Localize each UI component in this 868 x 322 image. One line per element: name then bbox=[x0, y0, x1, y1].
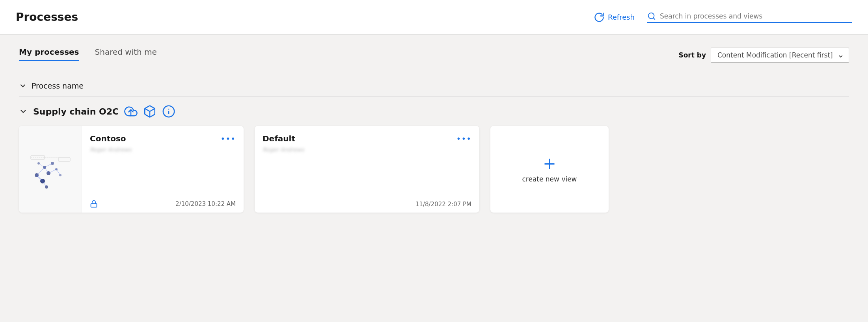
default-card-subtitle: Roger Andrews bbox=[255, 146, 479, 153]
svg-line-22 bbox=[56, 169, 60, 175]
plus-icon: + bbox=[543, 155, 556, 171]
contoso-card-menu[interactable]: ••• bbox=[221, 134, 236, 143]
search-icon bbox=[647, 12, 656, 20]
create-new-view-label: create new view bbox=[522, 175, 577, 183]
info-icon[interactable] bbox=[162, 105, 175, 118]
sort-select[interactable]: Content Modification [Recent first]Conte… bbox=[711, 48, 849, 63]
search-container bbox=[647, 12, 852, 23]
refresh-icon bbox=[594, 12, 605, 23]
svg-line-21 bbox=[48, 169, 56, 173]
process-name-section-row[interactable]: Process name bbox=[19, 81, 849, 90]
svg-line-17 bbox=[37, 175, 43, 181]
default-card-menu[interactable]: ••• bbox=[456, 134, 471, 143]
contoso-card-date: 2/10/2023 10:22 AM bbox=[175, 200, 236, 207]
svg-line-19 bbox=[45, 163, 52, 167]
svg-line-1 bbox=[653, 18, 655, 19]
card-thumbnail-contoso bbox=[19, 126, 82, 213]
contoso-card-name: Contoso bbox=[90, 134, 126, 143]
contoso-card-content: Contoso ••• Roger Andrews 2/10/2023 10:2… bbox=[82, 126, 244, 213]
card-default: Default ••• Roger Andrews 11/8/2022 2:07… bbox=[255, 126, 479, 213]
refresh-button[interactable]: Refresh bbox=[594, 12, 635, 23]
contoso-card-subtitle: Roger Andrews bbox=[82, 146, 244, 153]
cards-row: Contoso ••• Roger Andrews 2/10/2023 10:2… bbox=[19, 126, 849, 213]
refresh-label: Refresh bbox=[608, 13, 635, 21]
svg-rect-27 bbox=[91, 204, 97, 207]
svg-rect-24 bbox=[58, 157, 70, 161]
thumbnail-diagram bbox=[25, 144, 76, 195]
card-create-new-view[interactable]: + create new view bbox=[490, 126, 609, 213]
section-title-process-name: Process name bbox=[32, 81, 84, 90]
svg-line-16 bbox=[37, 167, 45, 175]
default-card-name: Default bbox=[263, 134, 295, 143]
supply-chain-title: Supply chain O2C bbox=[33, 107, 119, 117]
default-card-header: Default ••• bbox=[255, 126, 479, 146]
section-divider bbox=[19, 96, 849, 97]
tabs-container: My processes Shared with me bbox=[19, 47, 157, 61]
svg-line-23 bbox=[39, 163, 45, 167]
card-contoso: Contoso ••• Roger Andrews 2/10/2023 10:2… bbox=[19, 126, 244, 213]
sort-select-wrapper: Content Modification [Recent first]Conte… bbox=[711, 48, 849, 63]
cloud-icon[interactable] bbox=[124, 105, 138, 118]
contoso-card-footer: 2/10/2023 10:22 AM bbox=[82, 195, 244, 213]
main-content: My processes Shared with me Sort by Cont… bbox=[0, 35, 868, 225]
page-title: Processes bbox=[16, 11, 78, 24]
contoso-card-header: Contoso ••• bbox=[82, 126, 244, 146]
tab-shared-with-me[interactable]: Shared with me bbox=[95, 47, 157, 61]
app-header: Processes Refresh bbox=[0, 0, 868, 35]
sort-label: Sort by bbox=[678, 51, 706, 59]
supply-chain-row: Supply chain O2C bbox=[19, 105, 849, 118]
tab-my-processes[interactable]: My processes bbox=[19, 47, 79, 61]
chevron-down-icon bbox=[19, 82, 27, 90]
sort-row: Sort by Content Modification [Recent fir… bbox=[678, 48, 849, 63]
default-card-date: 11/8/2022 2:07 PM bbox=[415, 201, 471, 208]
svg-line-20 bbox=[45, 167, 48, 173]
lock-icon bbox=[90, 200, 98, 208]
search-input[interactable] bbox=[660, 12, 852, 20]
chevron-down-icon-supply[interactable] bbox=[19, 107, 28, 116]
box-icon[interactable] bbox=[143, 105, 156, 118]
default-card-footer: 11/8/2022 2:07 PM bbox=[255, 196, 479, 213]
header-actions: Refresh bbox=[594, 12, 852, 23]
